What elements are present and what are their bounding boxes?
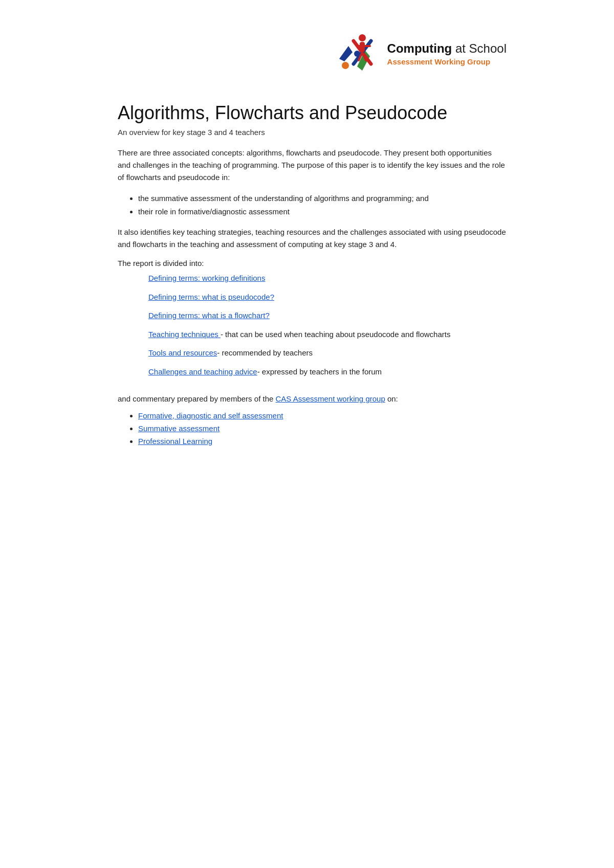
teaching-techniques-extra: - that can be used when teaching about p… [221,330,450,339]
logo-title-normal: at School [455,41,507,55]
svg-marker-1 [339,46,353,61]
tools-resources-extra: - recommended by teachers [217,348,313,357]
link-row-6: Challenges and teaching advice- expresse… [148,366,507,378]
cas-assessment-link[interactable]: CAS Assessment working group [275,394,385,403]
list-item: Professional Learning [138,437,507,446]
logo-title-bold: Computing [387,41,452,55]
header: Computing at School Assessment Working G… [118,20,507,77]
svg-point-3 [342,62,349,69]
page-title: Algorithms, Flowcharts and Pseudocode [118,102,507,124]
report-links-section: Defining terms: working definitions Defi… [148,273,507,377]
bullet-list: the summative assessment of the understa… [138,192,507,218]
link-row-2: Defining terms: what is pseudocode? [148,292,507,303]
teaching-techniques-link[interactable]: Teaching techniques [148,330,221,339]
list-item: their role in formative/diagnostic asses… [138,205,507,218]
challenges-teaching-link[interactable]: Challenges and teaching advice [148,367,257,376]
list-item: Formative, diagnostic and self assessmen… [138,411,507,420]
logo-container: Computing at School Assessment Working G… [334,31,507,77]
logo-title: Computing at School [387,41,507,56]
logo-text: Computing at School Assessment Working G… [387,41,507,66]
page-container: Computing at School Assessment Working G… [77,0,537,492]
commentary-link-list: Formative, diagnostic and self assessmen… [138,411,507,446]
challenges-teaching-extra: - expressed by teachers in the forum [257,367,382,376]
link-row-5: Tools and resources- recommended by teac… [148,347,507,359]
tools-resources-link[interactable]: Tools and resources [148,348,217,357]
link-row-4: Teaching techniques - that can be used w… [148,329,507,341]
link-row-1: Defining terms: working definitions [148,273,507,284]
defining-terms-pseudocode-link[interactable]: Defining terms: what is pseudocode? [148,293,274,301]
page-subtitle: An overview for key stage 3 and 4 teache… [118,128,507,137]
svg-point-0 [359,34,366,41]
logo-subtitle: Assessment Working Group [387,57,507,66]
summative-assessment-link[interactable]: Summative assessment [138,424,220,433]
formative-assessment-link[interactable]: Formative, diagnostic and self assessmen… [138,411,283,420]
intro-paragraph: There are three associated concepts: alg… [118,147,507,184]
divided-label: The report is divided into: [118,259,507,268]
commentary-prefix: and commentary prepared by members of th… [118,394,275,403]
commentary-paragraph: and commentary prepared by members of th… [118,393,507,405]
link-row-3: Defining terms: what is a flowchart? [148,310,507,322]
second-paragraph: It also identifies key teaching strategi… [118,226,507,251]
defining-terms-flowchart-link[interactable]: Defining terms: what is a flowchart? [148,311,270,320]
commentary-suffix: on: [385,394,398,403]
defining-terms-working-link[interactable]: Defining terms: working definitions [148,274,265,282]
professional-learning-link[interactable]: Professional Learning [138,437,212,446]
cas-logo-icon [334,31,380,77]
list-item: the summative assessment of the understa… [138,192,507,205]
list-item: Summative assessment [138,424,507,433]
